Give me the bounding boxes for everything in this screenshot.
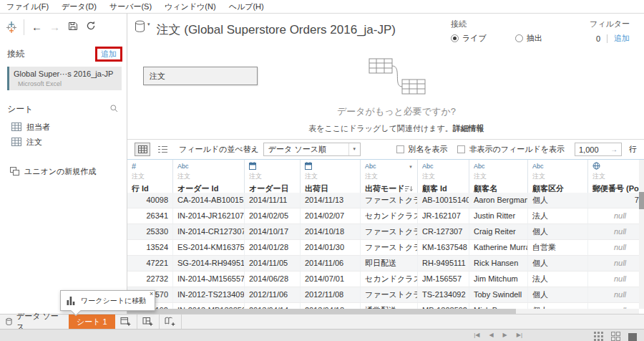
column-header-0[interactable]: #注文行 Id	[127, 160, 173, 193]
table-cell[interactable]: 2014/01/28	[245, 240, 301, 255]
sheet-view-selected-icon[interactable]	[628, 333, 637, 341]
prev-page-icon[interactable]: ◀	[489, 332, 493, 338]
new-story-button[interactable]	[160, 314, 182, 329]
horizontal-scrollbar-thumb[interactable]	[127, 309, 516, 314]
table-cell[interactable]: ファーストクラス	[361, 224, 418, 239]
refresh-button[interactable]	[82, 19, 99, 35]
table-cell[interactable]: 2014/11/13	[301, 193, 361, 208]
show-hidden-fields-checkbox[interactable]: 非表示のフィールドを表示	[457, 144, 565, 155]
table-cell[interactable]: RH-9495111	[418, 256, 469, 271]
table-cell[interactable]: 2014/01/30	[301, 240, 361, 255]
table-cell[interactable]: 2014/02/05	[245, 208, 301, 224]
table-cell[interactable]: Rick Hansen	[469, 256, 528, 271]
table-cell[interactable]: セカンドクラス	[361, 272, 418, 287]
vertical-scrollbar[interactable]	[639, 160, 644, 309]
table-cell[interactable]: IN-2014-JM156557-…	[173, 272, 245, 287]
sheet-item-0[interactable]: 担当者	[0, 120, 127, 135]
table-cell[interactable]: ES-2014-KM163754…	[173, 240, 245, 255]
column-header-1[interactable]: Abc注文オーダー Id	[173, 160, 245, 193]
menu-help[interactable]: ヘルプ(H)	[223, 0, 270, 13]
menu-data[interactable]: データ(D)	[55, 0, 103, 13]
table-cell[interactable]: 22732	[127, 272, 173, 287]
filmstrip-view-icon[interactable]	[611, 331, 620, 341]
table-cell[interactable]: 2014/10/18	[301, 224, 361, 239]
field-sort-select[interactable]: データ ソース順 ▼	[263, 143, 361, 156]
save-button[interactable]	[64, 19, 82, 35]
connection-item[interactable]: Global Super⋯s 2016_ja-JP Microsoft Exce…	[7, 67, 122, 90]
tab-datasource[interactable]: データ ソース	[0, 314, 69, 329]
table-cell[interactable]: KM-1637548	[418, 240, 469, 255]
table-cell[interactable]: 個人	[528, 287, 588, 302]
table-cell[interactable]: TS-2134092	[418, 287, 469, 302]
vertical-scrollbar-thumb[interactable]	[639, 192, 644, 209]
table-row[interactable]: 26341IN-2014-JR162107-…2014/02/052014/02…	[127, 208, 644, 224]
table-cell[interactable]: 25330	[127, 224, 173, 239]
table-cell[interactable]: Justin Ritter	[469, 208, 528, 224]
table-row[interactable]: 25330IN-2014-CR127307-…2014/10/172014/10…	[127, 224, 644, 240]
sort-icon[interactable]	[405, 185, 413, 193]
add-filter-link[interactable]: 追加	[614, 33, 630, 44]
tab-sheet1[interactable]: シート 1	[69, 314, 115, 329]
table-cell[interactable]: null	[588, 240, 644, 255]
column-header-5[interactable]: Abc注文顧客 Id	[418, 160, 469, 193]
table-cell[interactable]: 自営業	[528, 240, 588, 255]
new-dashboard-button[interactable]	[137, 314, 160, 329]
close-icon[interactable]: ×	[150, 290, 153, 297]
table-cell[interactable]: CR-127307	[418, 224, 469, 239]
table-row[interactable]: 13524ES-2014-KM163754…2014/01/282014/01/…	[127, 240, 644, 256]
sheet-item-1[interactable]: 注文	[0, 135, 127, 150]
table-cell[interactable]: 731	[588, 193, 644, 208]
table-cell[interactable]: null	[588, 224, 644, 239]
radio-live-control[interactable]	[451, 34, 459, 42]
menu-server[interactable]: サーバー(S)	[103, 0, 158, 13]
column-header-4[interactable]: Abc▼注文出荷モード	[361, 160, 418, 193]
learn-more-link[interactable]: 詳細情報	[453, 124, 484, 133]
table-cell[interactable]: ファーストクラス	[361, 240, 418, 255]
table-cell[interactable]: 法人	[528, 272, 588, 287]
add-connection-link[interactable]: 追加	[101, 49, 117, 58]
table-cell[interactable]: 2014/07/01	[301, 272, 361, 287]
last-page-icon[interactable]: ▶|	[517, 332, 522, 338]
table-cell[interactable]: null	[588, 272, 644, 287]
table-cell[interactable]: 2014/10/17	[245, 224, 301, 239]
column-header-6[interactable]: Abc注文顧客名	[469, 160, 528, 193]
table-cell[interactable]: 個人	[528, 224, 588, 239]
radio-live[interactable]: ライブ	[451, 33, 487, 44]
radio-extract[interactable]: 抽出	[515, 33, 542, 44]
table-cell[interactable]: ファーストクラス	[361, 193, 418, 208]
next-page-icon[interactable]: ▶	[503, 332, 507, 338]
radio-extract-control[interactable]	[515, 34, 523, 42]
menu-file[interactable]: ファイル(F)	[0, 0, 55, 13]
new-union-button[interactable]: ユニオンの新規作成	[0, 164, 127, 179]
table-cell[interactable]: IN-2012-TS2134092…	[173, 287, 245, 302]
table-cell[interactable]: JM-156557	[418, 272, 469, 287]
database-icon[interactable]	[135, 20, 145, 36]
show-aliases-checkbox[interactable]: 別名を表示	[396, 144, 447, 155]
table-cell[interactable]: null	[588, 256, 644, 271]
table-cell[interactable]: 26341	[127, 208, 173, 224]
table-cell[interactable]: IN-2014-CR127307-…	[173, 224, 245, 239]
table-cell[interactable]: null	[588, 208, 644, 224]
checkbox-icon[interactable]	[396, 145, 404, 153]
search-icon[interactable]	[110, 105, 118, 115]
redo-button[interactable]: →	[46, 19, 64, 35]
table-cell[interactable]: CA-2014-AB100151…	[173, 193, 245, 208]
table-cell[interactable]: Aaron Bergman	[469, 193, 528, 208]
column-header-3[interactable]: 注文出荷日	[301, 160, 361, 193]
grid-view-button[interactable]	[135, 143, 150, 156]
table-cell[interactable]: 個人	[528, 256, 588, 271]
table-cell[interactable]: ファーストクラス	[361, 287, 418, 302]
table-cell[interactable]: 2014/11/06	[301, 256, 361, 271]
table-cell[interactable]: 47221	[127, 256, 173, 271]
undo-button[interactable]: ←	[28, 19, 46, 35]
column-menu-caret-icon[interactable]: ▼	[409, 165, 413, 169]
column-header-8[interactable]: 注文郵便番号 (Postal ⋯	[588, 160, 644, 193]
table-cell[interactable]: 2012/11/08	[301, 287, 361, 302]
table-cell[interactable]: 13524	[127, 240, 173, 255]
table-cell[interactable]: JR-162107	[418, 208, 469, 224]
table-cell[interactable]: null	[588, 287, 644, 302]
table-row[interactable]: 47221SG-2014-RH949511…2014/11/052014/11/…	[127, 256, 644, 272]
menu-window[interactable]: ウィンドウ(N)	[158, 0, 223, 13]
table-cell[interactable]: Toby Swindell	[469, 287, 528, 302]
table-cell[interactable]: 2014/02/07	[301, 208, 361, 224]
